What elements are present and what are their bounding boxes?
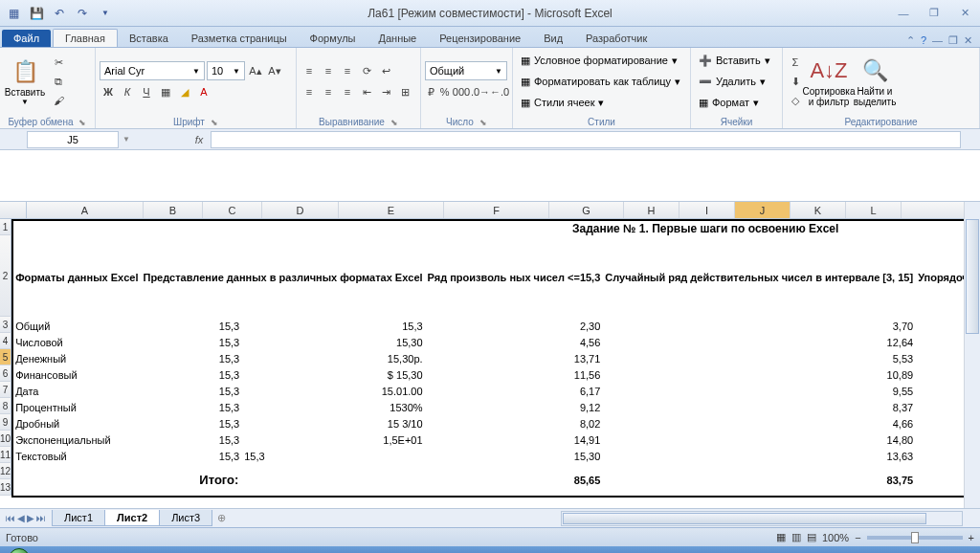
close-icon[interactable]: ✕ [953,5,976,22]
doc-restore-icon[interactable]: ❐ [948,34,958,47]
dialog-launcher-icon[interactable]: ⬊ [390,118,398,127]
row-10[interactable]: 10 [0,431,11,447]
row-8[interactable]: 8 [0,398,11,414]
view-break-icon[interactable]: ▤ [807,531,816,543]
indent-inc-icon[interactable]: ⇥ [377,83,394,100]
increase-decimal-icon[interactable]: .0→ [472,83,489,100]
restore-icon[interactable]: ❐ [923,5,946,22]
zoom-slider[interactable] [867,536,963,540]
fill-icon[interactable]: ⬇ [787,73,804,90]
decrease-decimal-icon[interactable]: ←.0 [491,83,508,100]
tab-formulas[interactable]: Формулы [299,30,368,47]
tab-home[interactable]: Главная [53,29,118,47]
clear-icon[interactable]: ◇ [787,92,804,109]
bold-button[interactable]: Ж [100,83,117,100]
col-B[interactable]: B [144,202,203,218]
col-L[interactable]: L [846,202,902,218]
file-tab[interactable]: Файл [2,30,51,47]
align-left-icon[interactable]: ≡ [301,83,318,100]
comma-icon[interactable]: 000 [453,83,470,100]
sheet-nav-prev-icon[interactable]: ◀ [17,513,25,523]
border-icon[interactable]: ▦ [157,83,174,100]
tab-review[interactable]: Рецензирование [428,30,532,47]
horizontal-scrollbar[interactable] [561,511,963,526]
insert-cells-button[interactable]: ➕Вставить ▾ [695,51,778,70]
new-sheet-icon[interactable]: ⊕ [212,512,232,524]
row-6[interactable]: 6 [0,365,11,382]
align-middle-icon[interactable]: ≡ [320,62,337,79]
minimize-ribbon-icon[interactable]: ⌃ [906,34,915,47]
help-icon[interactable]: ? [921,34,926,47]
row-12[interactable]: 12 [0,463,11,479]
doc-close-icon[interactable]: ✕ [964,34,972,47]
format-cells-button[interactable]: ▦Формат ▾ [695,93,778,112]
col-F[interactable]: F [444,202,549,218]
cells-table[interactable]: Задание № 1. Первые шаги по освоению Exc… [11,219,980,498]
sort-filter-button[interactable]: A↓Z Сортировка и фильтр [808,50,850,113]
indent-dec-icon[interactable]: ⇤ [358,83,375,100]
grow-font-icon[interactable]: A▴ [247,62,264,79]
cell-heading[interactable]: Задание № 1. Первые шаги по освоению Exc… [12,220,980,236]
conditional-format-button[interactable]: ▦Условное форматирование ▾ [517,51,686,70]
dialog-launcher-icon[interactable]: ⬊ [78,118,86,127]
font-name-combo[interactable]: Arial Cyr▼ [100,61,205,80]
align-bottom-icon[interactable]: ≡ [339,62,356,79]
start-button[interactable] [0,546,38,553]
dialog-launcher-icon[interactable]: ⬊ [479,118,487,127]
orientation-icon[interactable]: ⟳ [358,62,375,79]
scroll-thumb[interactable] [563,513,926,524]
format-painter-icon[interactable]: 🖌 [50,92,67,109]
minimize-icon[interactable]: — [892,5,915,22]
sheet-tab-2[interactable]: Лист2 [104,510,160,526]
name-box[interactable]: J5 [27,131,119,148]
sheet-nav-next-icon[interactable]: ▶ [27,513,34,523]
align-top-icon[interactable]: ≡ [301,62,318,79]
row-11[interactable]: 11 [0,447,11,463]
row-headers[interactable]: 1 2 3 4 5 6 7 8 9 10 11 12 13 [0,219,11,498]
tab-data[interactable]: Данные [367,30,428,47]
row-2[interactable]: 2 [0,235,11,317]
tab-insert[interactable]: Вставка [118,30,180,47]
col-K[interactable]: K [791,202,846,218]
cell-styles-button[interactable]: ▦Стили ячеек ▾ [517,93,686,112]
paste-button[interactable]: 📋 Вставить ▼ [4,50,46,113]
font-size-combo[interactable]: 10▼ [207,61,245,80]
col-G[interactable]: G [549,202,624,218]
underline-button[interactable]: Ч [138,83,155,100]
redo-icon[interactable]: ↷ [73,4,92,23]
zoom-in-icon[interactable]: + [969,532,974,543]
formula-input[interactable] [211,131,961,148]
row-7[interactable]: 7 [0,382,11,398]
tab-layout[interactable]: Разметка страницы [180,30,299,47]
sheet-nav-first-icon[interactable]: ⏮ [6,513,15,523]
view-layout-icon[interactable]: ▥ [791,531,801,543]
col-I[interactable]: I [679,202,735,218]
copy-icon[interactable]: ⧉ [50,73,67,90]
find-select-button[interactable]: 🔍 Найти и выделить [854,50,896,113]
align-right-icon[interactable]: ≡ [339,83,356,100]
scroll-thumb[interactable] [966,219,979,334]
zoom-out-icon[interactable]: − [855,532,860,543]
worksheet-grid[interactable]: A B C D E F G H I J K L 1 2 3 4 5 6 7 8 … [0,202,980,508]
autosum-icon[interactable]: Σ [787,54,804,71]
italic-button[interactable]: К [119,83,136,100]
save-icon[interactable]: 💾 [27,4,46,23]
row-1[interactable]: 1 [0,219,11,235]
shrink-font-icon[interactable]: A▾ [266,62,283,79]
undo-icon[interactable]: ↶ [50,4,69,23]
sheet-tab-1[interactable]: Лист1 [52,510,105,526]
row-5[interactable]: 5 [0,349,11,365]
fill-color-icon[interactable]: ◢ [176,83,193,100]
currency-icon[interactable]: ₽ [425,83,437,100]
col-J[interactable]: J [735,202,791,218]
tab-view[interactable]: Вид [532,30,574,47]
row-13[interactable]: 13 [0,479,11,496]
row-3[interactable]: 3 [0,317,11,333]
fx-icon[interactable]: fx [188,134,211,145]
doc-minimize-icon[interactable]: — [932,34,943,47]
col-E[interactable]: E [339,202,444,218]
view-normal-icon[interactable]: ▦ [776,531,786,543]
font-color-icon[interactable]: A [195,83,212,100]
zoom-thumb[interactable] [911,532,919,543]
vertical-scrollbar[interactable] [964,202,980,508]
